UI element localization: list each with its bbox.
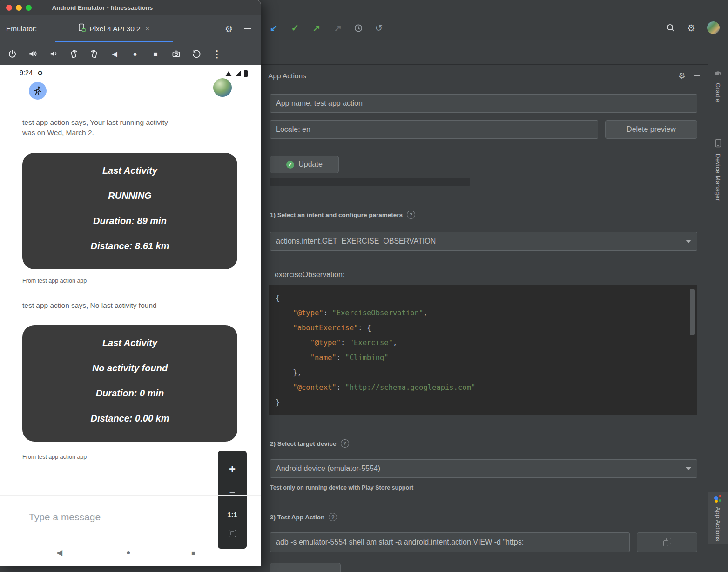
nav-home-icon[interactable]: ● xyxy=(126,548,131,557)
section-test-app-action: 3) Test App Action ? xyxy=(270,513,337,521)
tab-active-underline xyxy=(55,41,173,42)
more-options-icon[interactable]: ⋮ xyxy=(212,48,222,60)
status-gear-icon: ⚙ xyxy=(37,69,43,76)
tool-tab-gradle[interactable]: Gradle xyxy=(708,67,728,105)
battery-icon xyxy=(244,70,248,77)
copy-command-button[interactable] xyxy=(637,532,697,552)
emulator-minimize-icon[interactable] xyxy=(244,28,251,29)
phone-screen: 9:24 ⚙ test app action says, Your last r… xyxy=(0,65,261,566)
from-app-label: From test app action app xyxy=(22,278,87,284)
activity-card: Last Activity RUNNING Duration: 89 min D… xyxy=(22,153,237,269)
snapshots-icon[interactable] xyxy=(192,49,201,59)
card-distance: Distance: 0.00 km xyxy=(22,406,237,431)
user-avatar xyxy=(213,78,232,97)
emulator-toolbar: Emulator: Pixel 4 API 30 2 × ⚙ xyxy=(0,15,261,42)
device-dropdown[interactable]: Android device (emulator-5554) xyxy=(270,459,697,478)
chevron-down-icon xyxy=(686,467,691,470)
dimmed-text-band xyxy=(270,178,470,186)
partial-bottom-button[interactable] xyxy=(270,563,341,572)
intent-dropdown[interactable]: actions.intent.GET_EXERCISE_OBSERVATION xyxy=(270,232,697,251)
mac-titlebar[interactable]: Android Emulator - fitnessactions xyxy=(0,0,261,15)
device-manager-icon xyxy=(715,139,722,150)
app-name-field[interactable]: App name: test app action xyxy=(270,94,697,113)
update-check-icon: ✓ xyxy=(286,161,294,169)
run-arrow-icon[interactable]: ↗ xyxy=(311,22,322,34)
profile-avatar[interactable] xyxy=(707,21,720,34)
adb-command-field[interactable]: adb -s emulator-5554 shell am start -a a… xyxy=(270,532,630,552)
nav-overview-icon[interactable]: ■ xyxy=(191,548,195,556)
card-title: Last Activity xyxy=(22,158,237,183)
delete-preview-label: Delete preview xyxy=(627,125,676,134)
emulator-window: Android Emulator - fitnessactions Emulat… xyxy=(0,0,261,566)
ide-toolbar: ↙ ✓ ↗ ↗ ↺ ⚙ xyxy=(261,0,728,40)
section-select-intent: 1) Select an intent and configure parame… xyxy=(270,211,415,219)
emulator-device-tab[interactable]: Pixel 4 API 30 2 × xyxy=(55,15,173,42)
code-editor-content: { "@type": "ExerciseObservation", "about… xyxy=(276,291,686,410)
settings-gear-icon[interactable]: ⚙ xyxy=(686,22,697,34)
back-icon[interactable]: ◀ xyxy=(110,50,119,58)
help-icon[interactable]: ? xyxy=(329,513,337,521)
close-window-button[interactable] xyxy=(6,5,12,11)
from-app-label: From test app action app xyxy=(22,454,87,460)
section-test-app-action-label: 3) Test App Action xyxy=(270,514,324,521)
tool-tab-app-actions[interactable]: App Actions xyxy=(708,492,728,544)
help-icon[interactable]: ? xyxy=(407,211,415,219)
status-bar-left: 9:24 ⚙ xyxy=(20,69,43,76)
minimize-window-button[interactable] xyxy=(16,5,22,11)
code-editor[interactable]: { "@type": "ExerciseObservation", "about… xyxy=(269,285,697,415)
delete-preview-button[interactable]: Delete preview xyxy=(605,120,697,139)
card-distance: Distance: 8.61 km xyxy=(22,233,237,259)
locale-field[interactable]: Locale: en xyxy=(270,120,598,139)
tool-tab-device-manager[interactable]: Device Manager xyxy=(708,136,728,204)
status-time: 9:24 xyxy=(20,69,33,76)
intent-dropdown-value: actions.intent.GET_EXERCISE_OBSERVATION xyxy=(276,237,436,245)
window-controls xyxy=(6,5,32,11)
zoom-window-button[interactable] xyxy=(26,5,32,11)
phone-tab-icon xyxy=(78,23,86,34)
volume-up-icon[interactable] xyxy=(28,49,37,59)
home-icon[interactable]: ● xyxy=(130,50,140,58)
ide-toolbar-right: ⚙ xyxy=(666,21,720,34)
section-target-device-label: 2) Select target device xyxy=(270,440,337,447)
card-duration: Duration: 89 min xyxy=(22,208,237,233)
volume-down-icon[interactable] xyxy=(48,49,58,59)
panel-minimize-icon[interactable] xyxy=(694,75,700,76)
message-input[interactable] xyxy=(29,511,196,523)
tab-close-icon[interactable]: × xyxy=(145,24,150,34)
section-select-intent-label: 1) Select an intent and configure parame… xyxy=(270,211,403,218)
tool-tab-app-actions-label: App Actions xyxy=(715,507,721,541)
power-icon[interactable] xyxy=(7,49,17,59)
code-scrollbar-thumb[interactable] xyxy=(690,289,695,335)
device-note: Test only on running device with Play St… xyxy=(270,484,413,491)
zoom-in-button[interactable]: + xyxy=(229,463,236,476)
rotate-left-icon[interactable] xyxy=(69,49,78,59)
panel-title: App Actions xyxy=(268,72,306,80)
nav-back-icon[interactable]: ◀ xyxy=(56,547,62,557)
arrow-down-left-icon[interactable]: ↙ xyxy=(268,22,279,34)
overview-icon[interactable]: ■ xyxy=(151,50,160,58)
copy-icon xyxy=(663,538,671,546)
camera-icon[interactable] xyxy=(171,49,181,59)
panel-gear-icon[interactable]: ⚙ xyxy=(678,71,686,81)
card-status: RUNNING xyxy=(22,183,237,208)
apply-changes-check-icon[interactable]: ✓ xyxy=(290,22,301,34)
message-input-row xyxy=(0,495,261,538)
chat-message: test app action says, Your last running … xyxy=(22,117,222,138)
help-icon[interactable]: ? xyxy=(341,439,349,448)
emulator-settings-gear-icon[interactable]: ⚙ xyxy=(225,23,233,34)
panel-header: App Actions ⚙ xyxy=(261,64,708,87)
update-button[interactable]: ✓ Update xyxy=(270,156,339,173)
parameter-label: exerciseObservation: xyxy=(275,271,344,279)
gradle-icon xyxy=(714,70,722,79)
history-clock-icon[interactable] xyxy=(354,23,363,33)
locale-value: Locale: en xyxy=(276,125,310,134)
undo-icon[interactable]: ↺ xyxy=(373,22,384,34)
runner-icon xyxy=(33,86,43,96)
rotate-right-icon[interactable] xyxy=(89,49,99,59)
activity-card: Last Activity No activity found Duration… xyxy=(22,325,237,442)
disabled-arrow-icon: ↗ xyxy=(332,22,344,34)
chat-message: test app action says, No last activity f… xyxy=(22,300,222,311)
search-icon[interactable] xyxy=(666,23,675,33)
app-actions-icon xyxy=(714,495,722,503)
card-status: No activity found xyxy=(22,355,237,381)
